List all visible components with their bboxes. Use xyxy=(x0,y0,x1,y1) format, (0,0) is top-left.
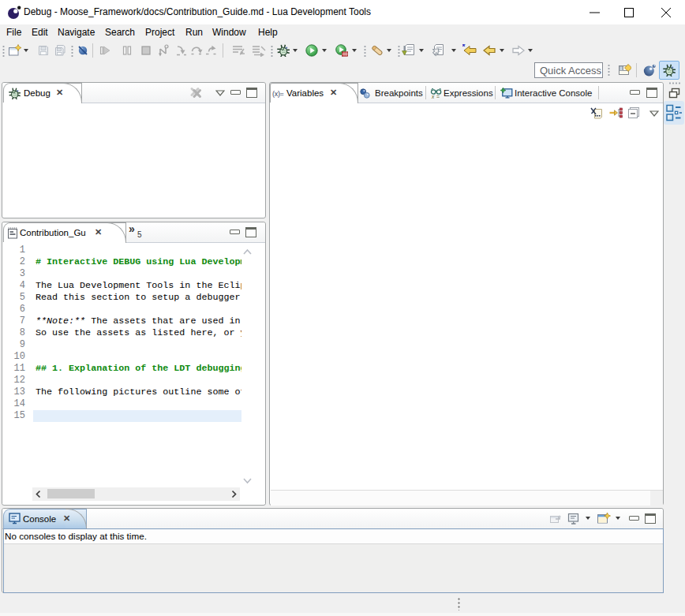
svg-text:*: * xyxy=(462,44,466,51)
svg-text:=: = xyxy=(436,94,440,99)
